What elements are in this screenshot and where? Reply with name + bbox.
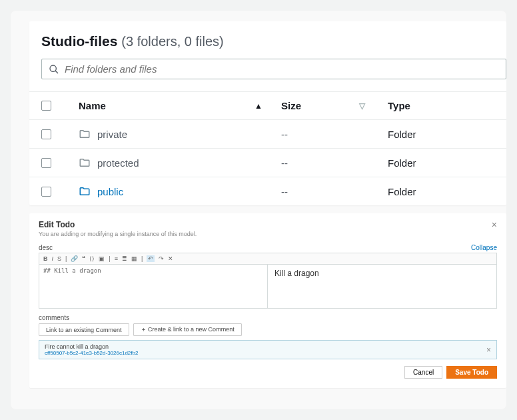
edit-title: Edit Todo — [39, 220, 75, 229]
table-row[interactable]: public -- Folder — [29, 177, 506, 205]
save-button[interactable]: Save Todo — [446, 366, 497, 379]
remove-comment-icon[interactable]: × — [486, 345, 491, 355]
tb-strike[interactable]: S — [57, 255, 61, 262]
search-input[interactable] — [65, 63, 499, 75]
tb-sep: | — [141, 255, 143, 262]
table-row[interactable]: private -- Folder — [29, 119, 506, 148]
select-all-checkbox[interactable] — [41, 101, 51, 111]
tb-sep: | — [65, 255, 67, 262]
row-name: protected — [97, 157, 139, 169]
page-title: Studio-files — [41, 33, 117, 49]
comments-label: comments — [39, 314, 497, 321]
tb-quote[interactable]: ❝ — [82, 255, 85, 262]
create-link-comment-button[interactable]: ＋ Create & link to a new Comment — [133, 323, 242, 336]
folder-icon — [79, 185, 91, 197]
row-size: -- — [281, 157, 388, 169]
row-size: -- — [281, 186, 388, 197]
table-row[interactable]: protected -- Folder — [29, 148, 506, 177]
tb-sep: | — [109, 255, 110, 262]
sort-icon[interactable]: ▽ — [359, 101, 365, 111]
row-name[interactable]: public — [97, 186, 123, 197]
editor-toolbar: B I S | 🔗 ❝ ⟨⟩ ▣ | ≡ ≣ ▦ | ↶ ↷ ✕ — [39, 253, 497, 265]
row-size: -- — [281, 129, 388, 140]
row-checkbox[interactable] — [41, 158, 51, 168]
svg-point-0 — [50, 65, 56, 71]
svg-line-1 — [55, 71, 58, 73]
editor-preview: Kill a dragon — [268, 265, 496, 308]
row-type: Folder — [388, 157, 494, 169]
tb-redo[interactable]: ↷ — [159, 255, 164, 262]
file-browser-panel: Studio-files (3 folders, 0 files) Name ▲… — [29, 21, 506, 205]
folder-icon — [79, 128, 91, 140]
edit-subtitle: You are adding or modifying a single ins… — [39, 231, 497, 237]
row-type: Folder — [388, 186, 494, 197]
tb-table[interactable]: ▦ — [131, 255, 137, 262]
file-table: Name ▲ Size ▽ Type private -- Folder — [29, 91, 506, 205]
editor-source[interactable]: ## Kill a dragon — [39, 265, 268, 308]
tb-clear[interactable]: ✕ — [168, 255, 173, 262]
folder-icon — [79, 157, 91, 169]
tb-undo[interactable]: ↶ — [147, 255, 155, 262]
desc-label: desc — [39, 244, 53, 251]
link-existing-comment-button[interactable]: Link to an existing Comment — [39, 323, 129, 336]
row-checkbox[interactable] — [41, 187, 51, 197]
collapse-link[interactable]: Collapse — [471, 244, 497, 251]
close-icon[interactable]: × — [492, 220, 497, 229]
tb-italic[interactable]: I — [52, 255, 54, 262]
plus-icon: ＋ — [141, 326, 147, 333]
sort-asc-icon[interactable]: ▲ — [255, 101, 262, 111]
comment-id: cff58507-b5c2-41e3-b52d-3026c1d2fb2 — [45, 350, 138, 356]
cancel-button[interactable]: Cancel — [404, 366, 442, 379]
tb-ol[interactable]: ≣ — [122, 255, 127, 262]
col-size[interactable]: Size — [281, 100, 301, 111]
edit-todo-panel: Edit Todo × You are adding or modifying … — [29, 213, 506, 388]
search-icon — [49, 64, 59, 75]
col-name[interactable]: Name — [79, 100, 106, 111]
tb-ul[interactable]: ≡ — [115, 255, 118, 262]
linked-comment: Fire cannot kill a dragon cff58507-b5c2-… — [39, 340, 497, 359]
col-type[interactable]: Type — [388, 100, 494, 111]
tb-link[interactable]: 🔗 — [71, 255, 78, 262]
comment-text: Fire cannot kill a dragon — [45, 343, 138, 350]
tb-image[interactable]: ▣ — [99, 255, 105, 262]
row-checkbox[interactable] — [41, 129, 51, 139]
tb-bold[interactable]: B — [43, 255, 48, 262]
row-name: private — [97, 129, 127, 140]
search-input-wrap[interactable] — [41, 59, 506, 79]
row-type: Folder — [388, 129, 494, 140]
tb-code[interactable]: ⟨⟩ — [89, 255, 95, 262]
table-header: Name ▲ Size ▽ Type — [29, 91, 506, 119]
page-subtitle: (3 folders, 0 files) — [121, 34, 223, 49]
